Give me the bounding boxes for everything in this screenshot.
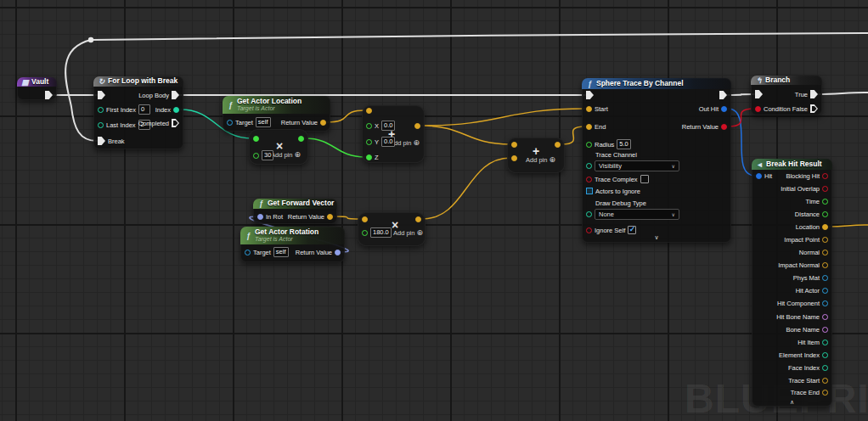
pin-breakhit-location[interactable]: Location [796,222,828,232]
pin-mult180-b[interactable]: 180.0 [362,227,392,238]
pin-mult30-out[interactable] [298,133,304,143]
int-pin-icon [822,340,828,345]
pin-breakhit-impact-point[interactable]: Impact Point [784,234,828,244]
node-add1[interactable]: +Add pin⊕X0.0Y0.0Z [362,105,425,163]
y-value-input[interactable]: 0.0 [381,137,395,147]
pin-getfwd-return[interactable]: Return Value [288,211,333,222]
pin-breakhit-time[interactable]: Time [806,196,828,206]
collapse-chevron[interactable]: ∨ [582,234,731,240]
pin-mult30-b[interactable]: 30 [253,150,273,160]
b-value-input[interactable]: 180.0 [370,227,392,238]
pin-breakhit-hit-component[interactable]: Hit Component [777,298,828,308]
pin-sphere-return-value[interactable]: Return Value [682,121,727,132]
pin-branch-true[interactable]: True [795,89,818,99]
pin-sphere-end[interactable]: End [586,121,606,132]
pin-forloop-index[interactable]: Index [155,104,179,115]
first-index-value-input[interactable]: 0 [138,104,150,115]
pin-add2-out[interactable] [555,139,561,149]
pin-add1-out[interactable] [414,121,420,131]
pin-breakhit-phys-mat[interactable]: Phys Mat [793,272,828,283]
trace-channel-dropdown[interactable]: Visibility∨ [595,160,679,171]
pin-breakhit-hit-item[interactable]: Hit Item [798,337,828,347]
node-add2[interactable]: +Add pin⊕ [507,138,565,173]
pin-breakhit-hit-actor[interactable]: Hit Actor [796,285,828,295]
pin-add1-a[interactable] [366,105,372,115]
pin-breakhit-initial-overlap[interactable]: Initial Overlap [781,183,828,194]
add-pin-button[interactable]: Add pin⊕ [271,151,301,159]
pin-sphere-actors-to-ignore[interactable]: Actors to Ignore [586,186,640,196]
pin-label: False [792,105,808,113]
pin-breakhit-distance[interactable]: Distance [795,209,828,219]
node-getrot[interactable]: ƒGet Actor RotationTarget is ActorTarget… [240,227,345,262]
draw-debug-dropdown[interactable]: None∨ [595,209,679,220]
pin-getrot-target[interactable]: Targetself [245,247,289,257]
pin-forloop-break[interactable]: Break [98,136,125,146]
vector-pin-icon [586,124,592,130]
add-pin-button[interactable]: Add pin⊕ [526,156,555,164]
pin-sphere-out-hit[interactable]: Out Hit [699,104,727,114]
collapse-chevron[interactable]: ∧ [752,399,832,405]
pin-breakhit-face-index[interactable]: Face Index [788,362,828,373]
pin-sphere-start[interactable]: Start [586,104,608,114]
node-getloc[interactable]: ƒGet Actor LocationTarget is ActorTarget… [223,96,330,132]
pin-mult180-a[interactable] [362,214,368,224]
math-operator: + [533,145,539,157]
pin-getloc-return[interactable]: Return Value [281,117,326,127]
node-getfwd[interactable]: ƒGet Forward VectorIn RotReturn Value [253,199,337,224]
pin-forloop-completed[interactable]: Completed [138,118,179,128]
pin-breakhit-normal[interactable]: Normal [799,247,828,257]
pin-breakhit-trace-start[interactable]: Trace Start [788,375,828,385]
pin-getfwd-inrot[interactable]: In Rot [257,211,283,222]
pin-add1-y[interactable]: Y0.0 [366,137,395,147]
pin-add1-x[interactable]: X0.0 [366,121,395,131]
pin-branch-condition[interactable]: Condition [755,104,791,114]
pin-branch-false[interactable]: False [792,104,818,114]
pin-label: Hit [764,172,772,180]
pin-vault-exec-out[interactable] [45,90,53,100]
int-pin-icon [98,107,104,113]
pin-forloop-loop-body[interactable]: Loop Body [138,90,179,100]
pin-sphere-radius[interactable]: Radius5.0 [586,139,631,149]
float-pin-icon [253,136,259,142]
node-sphere[interactable]: ƒSphere Trace By ChannelStartEndRadius5.… [582,78,731,243]
pin-breakhit-hit-bone-name[interactable]: Hit Bone Name [776,312,828,322]
node-mult30[interactable]: ×Add pin⊕30 [249,129,308,165]
float-pin-icon [366,139,372,145]
pin-add1-z[interactable]: Z [366,152,379,162]
node-vault[interactable]: ▦Vault [17,77,57,100]
pin-mult30-a[interactable] [253,133,259,143]
node-branch[interactable]: ↰BranchConditionTrueFalse [751,76,822,115]
pin-breakhit-element-index[interactable]: Element Index [779,350,828,360]
radius-value-input[interactable]: 5.0 [617,139,630,149]
target-value-input[interactable]: self [273,247,289,257]
break-struct-icon: ◄ [756,160,764,169]
pin-getrot-return[interactable]: Return Value [296,247,341,257]
x-value-input[interactable]: 0.0 [381,121,395,131]
pin-sphere-exec-in[interactable] [586,90,594,100]
pin-breakhit-blocking-hit[interactable]: Blocking Hit [786,171,828,181]
pin-forloop-exec-in[interactable] [98,90,105,100]
node-mult180[interactable]: ×Add pin⊕180.0 [358,212,426,246]
pin-getloc-target[interactable]: Targetself [227,117,271,127]
name-pin-icon [822,314,828,320]
add-pin-button[interactable]: Add pin⊕ [393,229,423,237]
pin-add2-b[interactable] [511,153,517,163]
pin-breakhit-bone-name[interactable]: Bone Name [786,324,828,334]
ignore-self-checkbox[interactable] [628,226,636,234]
pin-breakhit-impact-normal[interactable]: Impact Normal [778,260,828,270]
pin-sphere-trace-complex[interactable]: Trace Complex [586,174,649,184]
pin-mult180-out[interactable] [415,214,421,224]
pin-forloop-first-index[interactable]: First Index0 [98,104,150,115]
pin-breakhit-hit[interactable]: Hit [756,171,772,181]
blueprint-canvas[interactable]: BLUEPRINT ▦Vault↻For Loop with BreakFirs… [0,0,868,421]
int-pin-icon [822,352,828,358]
pin-add2-a[interactable] [511,139,517,149]
pin-breakhit-trace-end[interactable]: Trace End [791,387,828,397]
trace-complex-checkbox[interactable] [640,175,649,183]
pin-branch-exec-in[interactable] [755,89,763,99]
b-value-input[interactable]: 30 [262,150,273,160]
node-forloop[interactable]: ↻For Loop with BreakFirst Index0Last Ind… [93,76,183,149]
target-value-input[interactable]: self [256,117,271,127]
node-breakhit[interactable]: ◄Break Hit ResultHitBlocking HitInitial … [752,159,832,407]
pin-sphere-exec-out[interactable] [719,90,727,100]
